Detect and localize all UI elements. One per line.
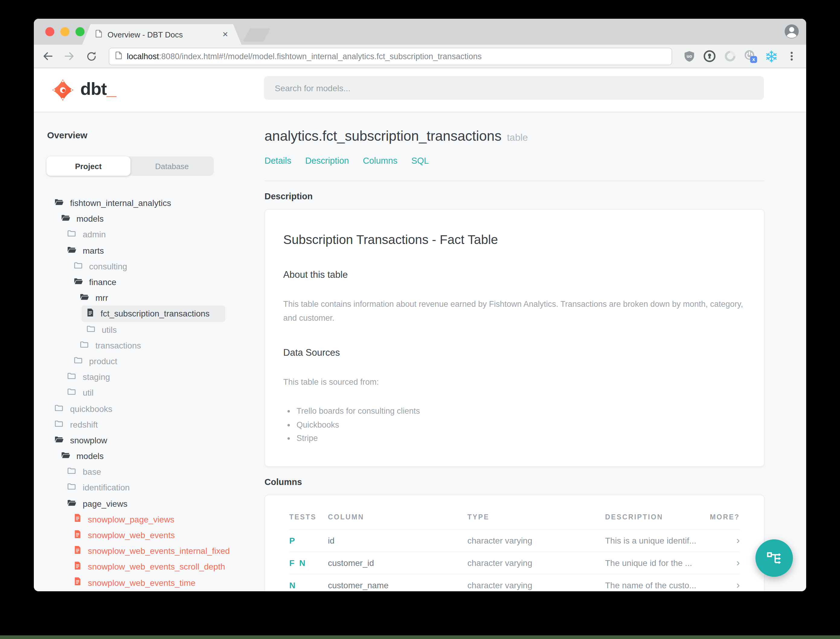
tree-item-label: models bbox=[76, 451, 103, 461]
browser-profile-avatar[interactable] bbox=[783, 23, 800, 42]
folder-open-icon bbox=[67, 498, 76, 509]
expand-row-chevron-icon[interactable]: › bbox=[710, 558, 740, 568]
expand-row-chevron-icon[interactable]: › bbox=[710, 580, 740, 590]
onepassword-extension-icon[interactable] bbox=[702, 49, 717, 64]
tree-item-label: base bbox=[83, 467, 101, 477]
cell-tests: N bbox=[289, 580, 328, 590]
tree-item[interactable]: mrr bbox=[75, 290, 114, 305]
file-icon bbox=[73, 514, 81, 525]
tree-item[interactable]: base bbox=[62, 464, 107, 480]
url-path: :8080/index.html#!/model/model.fishtown_… bbox=[159, 52, 482, 61]
tree-item-label: transactions bbox=[95, 341, 141, 350]
folder-open-icon bbox=[54, 197, 64, 208]
folder-open-icon bbox=[67, 245, 76, 256]
view-lineage-fab[interactable] bbox=[756, 539, 793, 577]
cell-description: This is a unique identif... bbox=[605, 536, 710, 545]
file-icon bbox=[73, 561, 81, 572]
tree-item[interactable]: consulting bbox=[68, 259, 133, 274]
folder-icon bbox=[54, 419, 64, 430]
ublock-extension-icon[interactable]: uo bbox=[682, 49, 696, 64]
tree-item[interactable]: finance bbox=[68, 274, 122, 290]
column-row[interactable]: F N customer_id character varying The un… bbox=[289, 551, 740, 574]
file-icon bbox=[73, 529, 81, 541]
source-item: Quickbooks bbox=[297, 418, 746, 432]
folder-icon bbox=[67, 372, 76, 382]
snowflake-extension-icon[interactable] bbox=[764, 49, 778, 64]
tree-item[interactable]: snowplow bbox=[49, 432, 113, 448]
tree-item[interactable]: transactions bbox=[75, 337, 147, 353]
tree-item-label: admin bbox=[83, 230, 106, 240]
new-tab-button[interactable] bbox=[243, 29, 270, 42]
tree-item[interactable]: fct_subscription_transactions bbox=[81, 306, 225, 322]
tree-item-label: consulting bbox=[89, 262, 127, 271]
tree-item[interactable]: snowplow_web_events_time bbox=[68, 575, 202, 590]
back-button[interactable] bbox=[41, 49, 54, 63]
close-window-button[interactable] bbox=[45, 27, 54, 36]
minimize-window-button[interactable] bbox=[60, 27, 70, 36]
dbt-logo[interactable]: dbt_ bbox=[51, 78, 116, 102]
cell-type: character varying bbox=[467, 558, 605, 567]
zoom-window-button[interactable] bbox=[76, 27, 84, 36]
column-row[interactable]: N customer_name character varying The na… bbox=[289, 574, 740, 591]
forward-button[interactable] bbox=[63, 49, 76, 63]
tree-item[interactable]: snowplow_page_views bbox=[68, 512, 180, 527]
columns-card: TESTS COLUMN TYPE DESCRIPTION MORE? P id… bbox=[265, 494, 764, 591]
address-bar[interactable]: localhost:8080/index.html#!/model/model.… bbox=[109, 48, 672, 65]
power-extension-icon[interactable]: x bbox=[743, 49, 758, 64]
source-toggle: Project Database bbox=[46, 156, 214, 176]
desktop-wallpaper-edge bbox=[0, 635, 840, 639]
page-nav: DetailsDescriptionColumnsSQL bbox=[265, 156, 764, 165]
tree-item[interactable]: snowplow_web_events bbox=[68, 527, 181, 543]
tree-item[interactable]: quickbooks bbox=[49, 401, 118, 416]
tree-item[interactable]: page_views bbox=[62, 496, 133, 511]
reload-button[interactable] bbox=[84, 49, 98, 63]
model-type-badge: table bbox=[507, 132, 528, 143]
browser-toolbar: localhost:8080/index.html#!/model/model.… bbox=[34, 45, 806, 68]
tree-item-label: mrr bbox=[95, 293, 108, 303]
divider bbox=[265, 181, 764, 181]
tree-item[interactable]: marts bbox=[62, 243, 110, 258]
disabled-swirl-extension-icon[interactable] bbox=[723, 49, 737, 64]
tree-item[interactable]: snowplow_web_page_context bbox=[68, 590, 207, 591]
tree-item[interactable]: fishtown_internal_analytics bbox=[49, 195, 177, 211]
tree-item[interactable]: snowplow_web_events_internal_fixed bbox=[68, 543, 236, 559]
tree-item[interactable]: models bbox=[56, 448, 110, 464]
file-tree: fishtown_internal_analytics bbox=[46, 195, 249, 591]
page-nav-link[interactable]: SQL bbox=[411, 156, 429, 165]
tree-item[interactable]: util bbox=[62, 385, 100, 401]
dbt-logo-icon bbox=[51, 78, 74, 102]
folder-icon bbox=[54, 403, 64, 414]
tree-item[interactable]: utils bbox=[81, 322, 123, 337]
description-card: Subscription Transactions - Fact Table A… bbox=[265, 209, 764, 467]
folder-icon bbox=[86, 324, 95, 335]
tab-close-icon[interactable]: ✕ bbox=[222, 30, 228, 39]
extension-icons: uo x bbox=[682, 49, 799, 64]
tree-item[interactable]: snowplow_web_events_scroll_depth bbox=[68, 559, 231, 575]
tree-item[interactable]: staging bbox=[62, 369, 116, 385]
dbt-app-header: dbt_ bbox=[34, 68, 806, 112]
tree-item-label: product bbox=[89, 356, 117, 366]
tab-database[interactable]: Database bbox=[130, 156, 214, 176]
url-text: localhost:8080/index.html#!/model/model.… bbox=[127, 52, 481, 61]
cell-description: The name of the custo... bbox=[605, 580, 710, 590]
column-row[interactable]: P id character varying This is a unique … bbox=[289, 529, 740, 551]
tree-item[interactable]: product bbox=[68, 353, 123, 369]
page-nav-link[interactable]: Details bbox=[265, 156, 291, 165]
tree-item[interactable]: models bbox=[56, 211, 110, 226]
tree-item-label: snowplow_web_events_time bbox=[88, 578, 195, 587]
tree-item[interactable]: identification bbox=[62, 480, 136, 496]
browser-menu-button[interactable] bbox=[784, 49, 799, 64]
url-host: localhost bbox=[127, 52, 159, 61]
browser-tab[interactable]: Overview - DBT Docs ✕ bbox=[82, 24, 241, 45]
doc-title: Subscription Transactions - Fact Table bbox=[283, 232, 746, 247]
tree-item[interactable]: redshift bbox=[49, 416, 104, 432]
app-content: Overview Project Database bbox=[34, 112, 806, 591]
tab-project[interactable]: Project bbox=[46, 156, 130, 176]
tree-item-label: redshift bbox=[70, 420, 98, 429]
search-input[interactable] bbox=[264, 76, 764, 100]
expand-row-chevron-icon[interactable]: › bbox=[710, 535, 740, 545]
tree-item-label: staging bbox=[83, 372, 110, 382]
page-nav-link[interactable]: Description bbox=[305, 156, 349, 165]
page-nav-link[interactable]: Columns bbox=[363, 156, 397, 165]
tree-item[interactable]: admin bbox=[62, 227, 112, 243]
